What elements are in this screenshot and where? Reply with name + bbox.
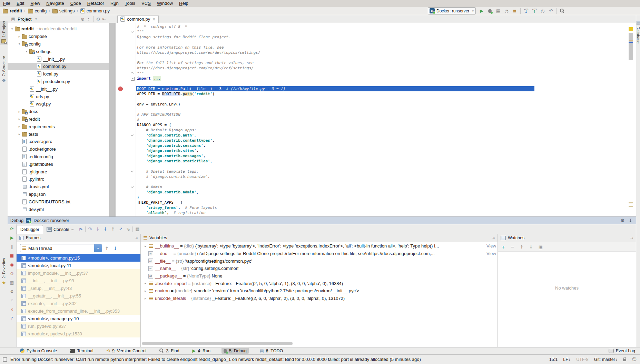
run-button[interactable]: ▶ [478,8,485,14]
fold-expand-icon[interactable]: + [131,77,135,81]
code-line[interactable]: """ [116,71,636,76]
code-content[interactable]: # -*- coding: utf-8 -*-"""Django setting… [116,24,636,215]
frame-item[interactable]: execute_from_command_line, __init__.py:3… [17,307,140,315]
project-tree-item-tests[interactable]: ▸tests [8,130,109,138]
locate-icon[interactable]: ⊕ [81,17,85,22]
frame-down-icon[interactable]: ↓ [114,246,117,251]
thread-selector[interactable]: MainThread ▾ [20,244,102,252]
frame-item[interactable]: import_module, __init__.py:37 [17,269,140,277]
code-line[interactable]: """ [116,29,636,34]
view-link[interactable]: View [484,243,496,249]
code-line[interactable] [116,164,636,169]
toolwindow-button-3--find[interactable]: 3: Find [157,348,181,354]
debug-tab-console[interactable]: Console⇥ [43,225,77,234]
variable-row-environ[interactable]: ▸environ = {module} <module 'environ' fr… [141,287,498,295]
hide-panel-icon[interactable]: ⇤ [102,17,106,22]
run-to-cursor-button[interactable]: ↗ [117,226,124,233]
debug-tab-debugger[interactable]: Debugger [17,225,43,234]
sidebar-item-project[interactable]: 1: Project [0,21,8,45]
expand-arrow-icon[interactable]: ▸ [143,297,148,300]
help-button[interactable]: ? [9,315,15,321]
project-tree-item-__init__-py[interactable]: __init__.py [8,85,109,93]
code-line[interactable]: # Default Django apps: [116,128,636,133]
code-line[interactable] [116,97,636,102]
move-watch-down-button[interactable]: ↓ [529,244,533,250]
project-tree-item-app-json[interactable]: app.json [8,191,109,198]
toolwindow-toggle-icon[interactable] [3,357,7,362]
debug-toolwindow-header[interactable]: Debug dj Docker: runserver ⚙↧ [8,216,636,224]
frame-item[interactable]: <module>, pydevd.py:1530 [17,330,140,337]
vcs-commit-button[interactable]: VCS↑ [531,8,538,14]
toolwindow-button-5--debug[interactable]: 5: Debug [221,348,249,354]
close-icon[interactable]: × [152,17,156,22]
project-tree-item-reddit[interactable]: ▾reddit~/cookiecutter/reddit [8,25,109,33]
code-line[interactable] [116,107,636,112]
editor-tab-common-py[interactable]: common.py × [117,15,159,23]
frame-item[interactable]: __init__, __init__.py:99 [17,277,140,284]
frame-item[interactable]: <module>, common.py:15 [17,254,140,262]
toolwindow-button-4--run[interactable]: ▶4: Run [190,348,213,354]
code-line[interactable] [116,81,636,86]
tree-right-arrow-icon[interactable]: ▸ [17,132,22,136]
code-line[interactable]: APPS_DIR = ROOT_DIR.path('reddit') [116,91,636,97]
code-line[interactable]: # -*- coding: utf-8 -*- [116,24,636,29]
project-tree-item-__init__-py[interactable]: __init__.py [8,55,109,63]
fold-collapse-icon[interactable] [131,134,134,137]
fold-collapse-icon[interactable] [131,170,134,173]
menu-item-vcs[interactable]: VCS [138,0,154,7]
toolwindow-button-python-console[interactable]: Python Console [18,348,59,354]
breadcrumb-item-reddit[interactable]: reddit [3,8,22,13]
debug-settings-button[interactable]: ⚙ [9,289,15,294]
code-line[interactable] [116,179,636,184]
profile-button[interactable]: ◔ [503,8,510,14]
encoding-selector[interactable]: UTF-8 [576,357,588,362]
project-tree-item--pylintrc[interactable]: .pylintrc [8,175,109,183]
dock-icon[interactable]: ⇥ [492,236,495,240]
frame-item[interactable]: <module>, local.py:11 [17,262,140,269]
debug-button[interactable] [486,8,493,14]
project-tree-item-config[interactable]: ▾config [8,40,109,48]
menu-item-help[interactable]: Help [176,0,191,7]
resume-button[interactable]: ▶ [9,235,15,241]
project-tree-item-settings[interactable]: ▾settings [8,48,109,55]
tree-right-arrow-icon[interactable]: ▸ [17,125,22,128]
restore-layout-button[interactable]: ▦ [9,280,15,285]
code-line[interactable]: 'django.contrib.staticfiles', [116,159,636,164]
frame-item[interactable]: _setup, __init__.py:43 [17,284,140,292]
frame-item[interactable]: execute, __init__.py:302 [17,300,140,307]
dock-icon[interactable]: ⇥ [630,236,633,240]
step-over-button[interactable]: ↷ [86,226,94,233]
sidebar-item-favorites[interactable]: 2: Favorites★ [0,258,8,287]
frame-up-icon[interactable]: ↑ [105,246,109,251]
tree-down-arrow-icon[interactable]: ▾ [10,27,14,31]
project-tree-item-dev-yml[interactable]: dev.yml [8,205,109,213]
run-config-selector[interactable]: dj Docker: runserver ▾ [428,7,476,14]
pause-button[interactable]: ∥ [9,244,15,250]
settings-icon[interactable]: ⚙ [96,17,100,22]
code-line[interactable]: For the full list of settings and their … [116,60,636,65]
remove-watch-button[interactable]: − [511,244,514,250]
project-tree-item-wsgi-py[interactable]: wsgi.py [8,100,109,108]
toolwindow-button-terminal[interactable]: ›_Terminal [68,348,95,354]
chevron-down-icon[interactable]: ▾ [94,244,102,252]
menu-item-file[interactable]: File [0,0,13,7]
project-tree-item--dockerignore[interactable]: .dockerignore [8,145,109,153]
lock-icon[interactable] [623,359,626,361]
project-tree-scrollbar[interactable] [109,23,115,216]
breadcrumb-item-config[interactable]: config [28,8,47,13]
show-execution-point-button[interactable]: ⊳ [77,226,85,233]
project-tree-item-CONTRIBUTORS-txt[interactable]: CONTRIBUTORS.txt [8,198,109,205]
pin-button[interactable]: ⚐ [9,297,15,303]
sidebar-item-database[interactable]: Database [636,20,640,43]
event-log-button[interactable]: Event Log [609,348,635,353]
highlighting-level-icon[interactable]: ☺ [632,357,637,362]
project-tree-item--gitattributes[interactable]: .gitattributes [8,160,109,168]
tree-down-arrow-icon[interactable]: ▾ [24,50,29,53]
code-line[interactable]: 'django.contrib.sites', [116,148,636,153]
variable-row-unicode_literals[interactable]: ▸unicode_literals = {instance} _Feature:… [141,295,498,302]
minimize-icon[interactable]: ↧ [629,218,632,223]
step-into-button[interactable]: ↓ [94,226,101,233]
frame-item[interactable]: __getattr__, __init__.py:55 [17,292,140,300]
code-line[interactable]: # APP CONFIGURATION [116,112,636,117]
editor-scrollbar[interactable] [628,23,633,216]
